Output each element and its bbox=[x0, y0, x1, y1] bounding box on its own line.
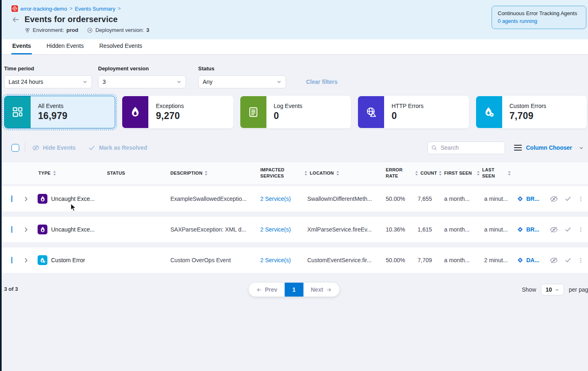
row-expand-chevron-icon[interactable] bbox=[20, 257, 34, 263]
impacted-services-link[interactable]: 2 Service(s) bbox=[260, 196, 291, 202]
back-arrow-icon[interactable] bbox=[11, 16, 20, 24]
sort-icon[interactable] bbox=[476, 171, 480, 176]
jira-ticket-link[interactable]: BR... bbox=[511, 196, 548, 202]
sort-icon[interactable] bbox=[336, 171, 340, 176]
sort-icon[interactable] bbox=[415, 171, 418, 176]
agents-running-link[interactable]: 0 agents running bbox=[498, 18, 537, 24]
select-all-checkbox[interactable] bbox=[11, 144, 19, 152]
pagination: 3 of 3 Prev 1 Next Show 10 per page bbox=[0, 283, 588, 297]
deployment-meta: Deployment version:3 bbox=[87, 27, 149, 33]
page-size-control: Show 10 per page bbox=[522, 284, 588, 295]
stat-card-icon-block bbox=[476, 96, 502, 128]
row-checkbox[interactable] bbox=[11, 196, 12, 202]
show-label: Show bbox=[522, 286, 536, 293]
sort-icon[interactable] bbox=[438, 171, 442, 176]
sort-icon[interactable] bbox=[53, 171, 56, 176]
stat-card-value: 0 bbox=[391, 110, 423, 121]
row-expand-chevron-icon[interactable] bbox=[20, 227, 34, 233]
chevron-down-icon[interactable] bbox=[579, 145, 584, 151]
tab-resolved-events[interactable]: Resolved Events bbox=[98, 43, 143, 54]
tab-bar: Events Hidden Events Resolved Events bbox=[0, 39, 588, 55]
chevron-down-icon bbox=[555, 288, 559, 292]
mark-resolved-button[interactable]: Mark as Resolved bbox=[88, 144, 147, 152]
resolve-event-icon[interactable] bbox=[564, 226, 572, 233]
hide-event-icon[interactable] bbox=[550, 256, 558, 265]
hide-event-icon[interactable] bbox=[550, 225, 558, 234]
time-period-select[interactable]: Last 24 hours bbox=[4, 75, 92, 88]
location-cell: CustomEventService.fir... bbox=[302, 257, 382, 263]
stat-card[interactable]: HTTP Errors 0 bbox=[358, 96, 469, 128]
tab-hidden-events[interactable]: Hidden Events bbox=[46, 43, 85, 54]
resolve-event-icon[interactable] bbox=[564, 195, 572, 202]
clear-filters-button[interactable]: Clear filters bbox=[306, 79, 338, 85]
breadcrumb-link-project[interactable]: error-tracking-demo bbox=[20, 6, 67, 12]
sort-icon[interactable] bbox=[204, 171, 208, 176]
first-seen-cell: a month... bbox=[436, 257, 474, 263]
description-cell: SAXParseException: XML d... bbox=[164, 226, 254, 233]
deployment-version-label: Deployment version bbox=[98, 65, 186, 72]
column-header-error-rate[interactable]: ERROR RATE bbox=[382, 167, 413, 179]
column-header-status[interactable]: STATUS bbox=[101, 170, 164, 176]
column-header-first-seen[interactable]: FIRST SEEN bbox=[436, 170, 474, 176]
page-number-button[interactable]: 1 bbox=[285, 283, 304, 297]
kebab-menu-icon[interactable] bbox=[578, 257, 584, 264]
time-period-filter: Time period Last 24 hours bbox=[4, 65, 92, 88]
tab-events[interactable]: Events bbox=[11, 43, 32, 54]
jira-ticket-link[interactable]: DA... bbox=[511, 257, 548, 263]
count-cell: 7,655 bbox=[413, 196, 436, 202]
stat-card[interactable]: Log Events 0 bbox=[240, 96, 351, 128]
page-size-select[interactable]: 10 bbox=[541, 284, 564, 295]
stat-card-value: 0 bbox=[274, 110, 302, 121]
kebab-menu-icon[interactable] bbox=[578, 226, 584, 233]
row-actions bbox=[548, 256, 588, 265]
stat-card[interactable]: Custom Errors 7,709 bbox=[476, 96, 587, 128]
table-row[interactable]: Uncaught Exce... ExampleSwallowedExcepti… bbox=[0, 186, 588, 211]
breadcrumb-link-events-summary[interactable]: Events Summary bbox=[75, 6, 115, 12]
stat-card-icon-block bbox=[358, 96, 384, 128]
table-row[interactable]: Custom Error Custom OverOps Event 2 Serv… bbox=[0, 247, 588, 273]
row-checkbox[interactable] bbox=[11, 257, 12, 263]
pager: Prev 1 Next bbox=[248, 283, 340, 297]
breadcrumb-separator: > bbox=[118, 6, 121, 11]
arrow-left-icon bbox=[256, 287, 262, 293]
column-header-count[interactable]: COUNT bbox=[413, 170, 436, 176]
impacted-services-link[interactable]: 2 Service(s) bbox=[260, 257, 291, 263]
search-input[interactable] bbox=[427, 142, 505, 154]
stat-cards: All Events 16,979 Exceptions 9,270 bbox=[4, 96, 587, 128]
stat-card[interactable]: All Events 16,979 bbox=[4, 96, 115, 128]
sort-icon[interactable] bbox=[304, 171, 308, 176]
event-type-label: Custom Error bbox=[51, 257, 85, 263]
impacted-services-link[interactable]: 2 Service(s) bbox=[260, 226, 291, 233]
prev-page-button[interactable]: Prev bbox=[248, 283, 284, 297]
flame-icon bbox=[39, 196, 46, 202]
hide-event-icon[interactable] bbox=[550, 195, 558, 203]
next-page-button[interactable]: Next bbox=[304, 283, 340, 297]
flame-gear-icon bbox=[483, 106, 495, 118]
collapsed-nav-edge bbox=[0, 0, 2, 371]
table-row[interactable]: Uncaught Exce... SAXParseException: XML … bbox=[0, 217, 588, 242]
column-header-description[interactable]: DESCRIPTION bbox=[164, 170, 254, 176]
deployment-version-filter: Deployment version 3 bbox=[98, 65, 186, 88]
jira-icon bbox=[517, 257, 523, 263]
table-toolbar: Hide Events Mark as Resolved Column Choo… bbox=[0, 141, 588, 154]
column-header-impacted-services[interactable]: IMPACTED SERVICES bbox=[254, 167, 302, 179]
column-header-type[interactable]: TYPE bbox=[34, 170, 101, 176]
sort-icon[interactable] bbox=[508, 171, 511, 176]
column-header-location[interactable]: LOCATION bbox=[302, 170, 382, 176]
environment-value: prod bbox=[67, 27, 78, 33]
deployment-version-select[interactable]: 3 bbox=[98, 75, 186, 88]
kebab-menu-icon[interactable] bbox=[578, 196, 584, 202]
jira-ticket-link[interactable]: BR... bbox=[511, 226, 548, 233]
resolve-event-icon[interactable] bbox=[564, 256, 572, 264]
column-header-last-seen[interactable]: LAST SEEN bbox=[474, 167, 511, 179]
stat-card-label: Log Events bbox=[274, 103, 302, 109]
status-select[interactable]: Any bbox=[198, 75, 286, 88]
error-rate-cell: 50.00% bbox=[382, 196, 413, 202]
column-chooser-button[interactable]: Column Chooser bbox=[526, 144, 572, 151]
stat-card[interactable]: Exceptions 9,270 bbox=[122, 96, 233, 128]
row-checkbox[interactable] bbox=[11, 226, 12, 233]
error-tracking-module-icon bbox=[11, 5, 18, 12]
hide-events-button[interactable]: Hide Events bbox=[32, 144, 76, 152]
count-cell: 7,709 bbox=[413, 257, 436, 263]
row-expand-chevron-icon[interactable] bbox=[20, 196, 34, 202]
